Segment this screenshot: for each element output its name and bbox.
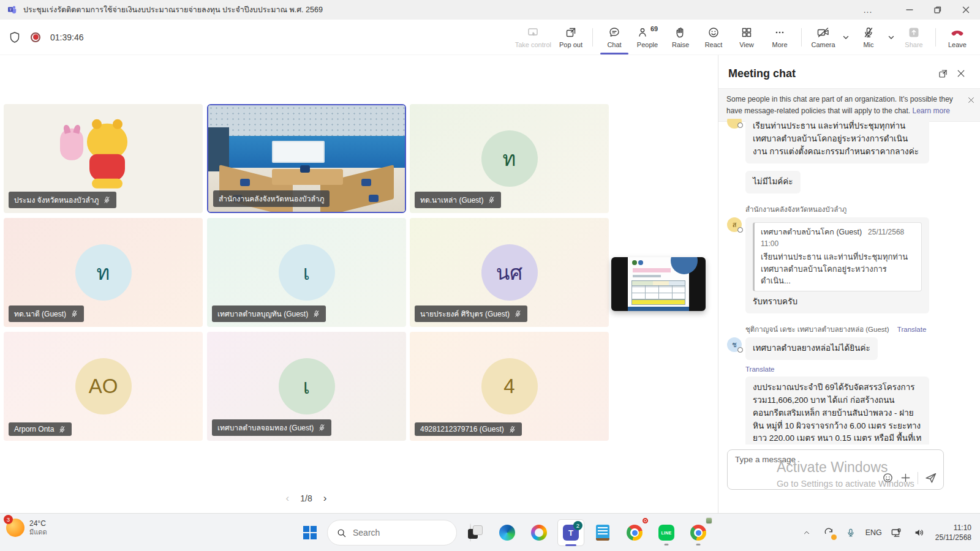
speaker-icon[interactable] [910, 520, 928, 545]
raise-hand-button[interactable]: Raise [664, 20, 697, 54]
sync-update-icon[interactable] [820, 520, 838, 545]
participant-tile[interactable]: เ เทศบาลตำบลบุญทัน (Guest) [207, 218, 406, 327]
close-chat-icon[interactable] [952, 65, 970, 82]
titlebar-menu-button[interactable]: ... [854, 0, 882, 20]
profile-picture-pooh [58, 124, 149, 191]
mic-off-icon [318, 424, 326, 432]
tray-mic-icon[interactable] [842, 520, 860, 545]
taskbar-edge[interactable] [494, 518, 521, 547]
mic-off-icon [70, 310, 78, 318]
participant-tile[interactable]: เ เทศบาลตำบลจอมทอง (Guest) [207, 332, 406, 441]
taskbar-clock[interactable]: 11:10 25/11/2568 [932, 523, 975, 542]
mic-button[interactable]: Mic [852, 20, 885, 54]
leave-phone-icon [950, 26, 965, 39]
chat-button[interactable]: Chat [598, 20, 631, 54]
system-tray: ENG 11:10 25/11/2568 [797, 514, 975, 551]
learn-more-link[interactable]: Learn more [913, 107, 950, 115]
tray-chevron-up-icon[interactable] [797, 520, 816, 545]
participant-tile[interactable]: AO Arporn Onta [4, 332, 203, 441]
pop-out-button[interactable]: Pop out [554, 20, 587, 54]
participant-name-tag: Arporn Onta [9, 422, 72, 436]
translate-link[interactable]: Translate [745, 365, 963, 373]
participant-tile[interactable]: ท ทด.นาเหล่า (Guest) [410, 104, 609, 213]
notepad-icon [596, 525, 609, 541]
taskbar-chrome[interactable] [621, 518, 648, 547]
taskbar-notepad[interactable] [589, 518, 616, 547]
message-status-ring [737, 227, 743, 233]
more-button[interactable]: More [763, 20, 796, 54]
take-control-button[interactable]: Take control [512, 20, 554, 54]
taskbar-teams[interactable]: T 2 [557, 519, 584, 546]
restore-button[interactable] [924, 0, 952, 20]
react-button[interactable]: React [697, 20, 730, 54]
network-display-icon[interactable] [888, 520, 906, 545]
people-button[interactable]: 69 People [631, 20, 664, 54]
banner-close-icon[interactable] [967, 96, 975, 104]
share-arrow-icon [908, 26, 920, 39]
windows-logo-icon [303, 526, 317, 539]
running-indicator [565, 544, 576, 546]
search-input[interactable] [353, 528, 464, 538]
participant-tile[interactable]: ท ทด.นาดี (Guest) [4, 218, 203, 327]
weather-desc: มีแดด [29, 528, 47, 537]
taskbar-line[interactable]: LINE [653, 518, 680, 547]
chrome-profile-badge [641, 517, 649, 525]
share-button[interactable]: Share [897, 20, 930, 54]
chat-message-list[interactable]: เรียนท่านประธาน และท่านที่ประชุมทุกท่าน … [727, 119, 963, 444]
update-dot [831, 534, 837, 540]
participant-avatar: 4 [481, 358, 538, 414]
participant-tile[interactable]: 4 49281212379716 (Guest) [410, 332, 609, 441]
previous-page-chevron[interactable]: ‹ [286, 492, 290, 504]
close-button[interactable] [952, 0, 980, 20]
copilot-icon [531, 525, 547, 541]
weather-temp: 24°C [29, 519, 47, 528]
react-smiley-icon [707, 26, 720, 39]
participant-name-tag: ประมง จังหวัดหนองบัวลำภู [9, 192, 116, 208]
emoji-icon[interactable] [882, 472, 894, 484]
shield-icon [9, 31, 21, 43]
message-bubble: เรียนท่านประธาน และท่านที่ประชุมทุกท่าน … [745, 119, 929, 163]
participant-tile[interactable]: ประมง จังหวัดหนองบัวลำภู [4, 104, 203, 213]
message-compose-box[interactable] [727, 449, 944, 490]
take-control-icon [527, 26, 539, 39]
message-bubble: เทศบาลตำบลยางหล่อไม่ได้ยินค่ะ [745, 337, 878, 360]
camera-button[interactable]: Camera [807, 20, 840, 54]
translate-link[interactable]: Translate [897, 326, 927, 333]
next-page-chevron[interactable]: › [323, 492, 327, 504]
teams-meeting-window: T ประชุมเร่งรัดติดตามการใช้จ่ายเงินงบประ… [0, 0, 980, 551]
taskbar-search-box[interactable] [327, 520, 457, 545]
message-sender: สำนักงานคลังจังหวัดหนองบัวลำภู [745, 204, 963, 215]
weather-widget[interactable]: 3 24°C มีแดด [6, 519, 47, 537]
task-view-icon [468, 525, 483, 540]
message-bubble: เทศบาลตำบลบ้านโคก (Guest)25/11/2568 11:0… [745, 217, 929, 313]
leave-button[interactable]: Leave [941, 20, 974, 54]
mic-off-icon [312, 310, 320, 318]
participant-tile[interactable]: นศ นายประยงค์ ศิริบุตร (Guest) [410, 218, 609, 327]
attach-plus-icon[interactable] [900, 472, 911, 484]
minimize-button[interactable] [895, 0, 924, 20]
participant-name-tag: เทศบาลตำบลบุญทัน (Guest) [212, 305, 326, 322]
taskbar-chrome-2[interactable] [685, 518, 712, 547]
mic-options-chevron[interactable] [885, 20, 897, 54]
mic-off-icon [488, 196, 496, 204]
start-button[interactable] [298, 520, 322, 545]
toolbar-divider [935, 28, 936, 47]
task-view-button[interactable] [462, 518, 489, 547]
screen-share-thumbnail[interactable] [611, 257, 706, 311]
mic-off-icon [508, 425, 516, 433]
shared-slide-preview [628, 257, 689, 311]
message-input[interactable] [735, 455, 870, 464]
language-indicator[interactable]: ENG [864, 520, 884, 545]
popout-chat-icon[interactable] [933, 65, 952, 82]
taskbar-copilot[interactable] [526, 518, 552, 547]
quoted-message[interactable]: เทศบาลตำบลบ้านโคก (Guest)25/11/2568 11:0… [753, 222, 922, 291]
titlebar: T ประชุมเร่งรัดติดตามการใช้จ่ายเงินงบประ… [0, 0, 980, 20]
camera-options-chevron[interactable] [840, 20, 852, 54]
chat-message: ช เทศบาลตำบลยางหล่อไม่ได้ยินค่ะ [727, 335, 963, 365]
mic-off-icon [103, 196, 111, 204]
send-icon[interactable] [924, 471, 937, 484]
view-button[interactable]: View [730, 20, 763, 54]
tray-time: 11:10 [954, 523, 971, 533]
quote-text: เรียนท่านประธาน และท่านที่ประชุมทุกท่าน … [761, 251, 915, 287]
participant-tile-active-speaker[interactable]: สำนักงานคลังจังหวัดหนองบัวลำภู [207, 104, 406, 213]
